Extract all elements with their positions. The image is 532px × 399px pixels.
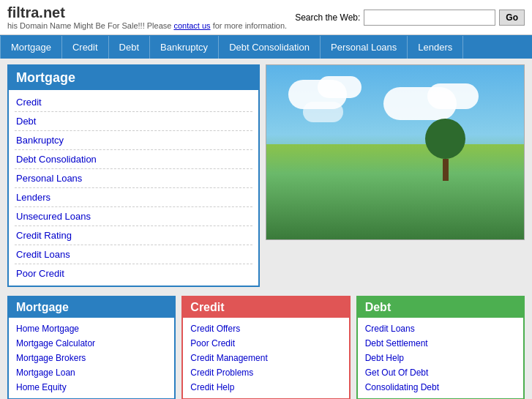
site-title: filtra.net xyxy=(7,4,287,21)
credit-card: Credit Credit Offers Poor Credit Credit … xyxy=(181,296,350,399)
mortgage-box-title: Mortgage xyxy=(9,66,258,90)
link-credit-rating[interactable]: Credit Rating xyxy=(15,226,252,245)
credit-card-title: Credit xyxy=(183,297,348,318)
mortgage-links: Credit Debt Bankruptcy Debt Consolidatio… xyxy=(9,90,258,286)
debt-card-links: Credit Loans Debt Settlement Debt Help G… xyxy=(358,318,523,398)
link-debt[interactable]: Debt xyxy=(15,112,252,131)
tree-decoration xyxy=(425,133,465,181)
search-label: Search the Web: xyxy=(295,12,360,23)
field-decoration xyxy=(266,144,524,174)
mortgage-card-links: Home Mortgage Mortgage Calculator Mortga… xyxy=(9,318,174,398)
nav-debt[interactable]: Debt xyxy=(109,36,150,59)
link-home-mortgage[interactable]: Home Mortgage xyxy=(16,321,167,336)
search-input[interactable] xyxy=(364,10,495,26)
link-credit-loans-2[interactable]: Credit Loans xyxy=(365,321,516,336)
link-debt-help[interactable]: Debt Help xyxy=(365,351,516,365)
nav-personal-loans[interactable]: Personal Loans xyxy=(321,36,408,59)
header: filtra.net his Domain Name Might Be For … xyxy=(0,0,532,35)
link-debt-consolidation[interactable]: Debt Consolidation xyxy=(15,150,252,169)
nav-credit[interactable]: Credit xyxy=(62,36,109,59)
link-personal-loans[interactable]: Personal Loans xyxy=(15,169,252,188)
nav-mortgage[interactable]: Mortgage xyxy=(0,36,62,59)
link-credit-management[interactable]: Credit Management xyxy=(190,351,341,365)
link-credit-offers[interactable]: Credit Offers xyxy=(190,321,341,336)
credit-card-links: Credit Offers Poor Credit Credit Managem… xyxy=(183,318,348,398)
hero-image xyxy=(266,64,525,240)
link-mortgage-calculator[interactable]: Mortgage Calculator xyxy=(16,336,167,351)
link-poor-credit-2[interactable]: Poor Credit xyxy=(190,336,341,351)
link-credit[interactable]: Credit xyxy=(15,93,252,112)
bottom-section: Mortgage Home Mortgage Mortgage Calculat… xyxy=(0,293,532,399)
header-left: filtra.net his Domain Name Might Be For … xyxy=(7,4,287,30)
search-go-button[interactable]: Go xyxy=(499,10,525,26)
link-unsecured-loans[interactable]: Unsecured Loans xyxy=(15,207,252,226)
contact-link[interactable]: contact us xyxy=(173,21,210,30)
debt-card-title: Debt xyxy=(358,297,523,318)
link-home-equity[interactable]: Home Equity xyxy=(16,380,167,395)
link-poor-credit[interactable]: Poor Credit xyxy=(15,264,252,283)
link-debt-settlement[interactable]: Debt Settlement xyxy=(365,336,516,351)
grass-decoration xyxy=(266,174,524,239)
mortgage-card-title: Mortgage xyxy=(9,297,174,318)
nav-debt-consolidation[interactable]: Debt Consolidation xyxy=(219,36,321,59)
link-get-out-of-debt[interactable]: Get Out Of Debt xyxy=(365,365,516,380)
link-lenders[interactable]: Lenders xyxy=(15,188,252,207)
mortgage-card: Mortgage Home Mortgage Mortgage Calculat… xyxy=(7,296,176,399)
tagline: his Domain Name Might Be For Sale!!! Ple… xyxy=(7,21,287,30)
mortgage-box: Mortgage Credit Debt Bankruptcy Debt Con… xyxy=(7,64,260,287)
link-credit-help[interactable]: Credit Help xyxy=(190,380,341,395)
link-credit-loans[interactable]: Credit Loans xyxy=(15,245,252,264)
link-consolidating-debt[interactable]: Consolidating Debt xyxy=(365,380,516,395)
nav-bankruptcy[interactable]: Bankruptcy xyxy=(150,36,219,59)
nav-lenders[interactable]: Lenders xyxy=(408,36,463,59)
search-area: Search the Web: Go xyxy=(295,10,525,26)
link-mortgage-loan[interactable]: Mortgage Loan xyxy=(16,365,167,380)
link-mortgage-brokers[interactable]: Mortgage Brokers xyxy=(16,351,167,365)
link-bankruptcy[interactable]: Bankruptcy xyxy=(15,131,252,150)
debt-card: Debt Credit Loans Debt Settlement Debt H… xyxy=(356,296,525,399)
nav-bar: Mortgage Credit Debt Bankruptcy Debt Con… xyxy=(0,35,532,59)
main-content: Mortgage Credit Debt Bankruptcy Debt Con… xyxy=(0,59,532,293)
image-panel xyxy=(266,64,525,287)
link-credit-problems[interactable]: Credit Problems xyxy=(190,365,341,380)
